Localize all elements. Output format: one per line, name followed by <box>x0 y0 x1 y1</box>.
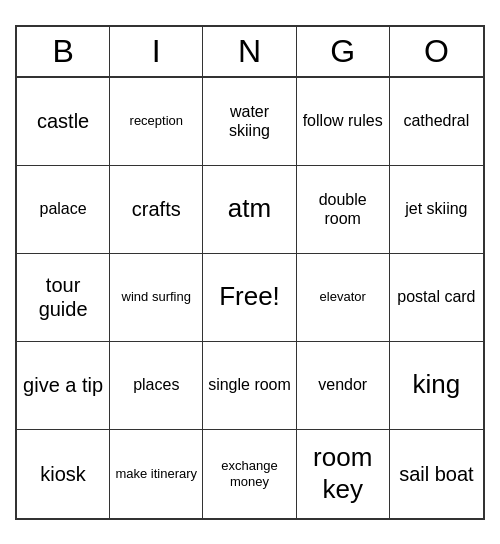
bingo-cell: make itinerary <box>110 430 203 518</box>
bingo-cell: king <box>390 342 483 430</box>
bingo-grid: castlereceptionwater skiingfollow rulesc… <box>17 78 483 518</box>
cell-text: Free! <box>219 281 280 312</box>
cell-text: crafts <box>132 197 181 221</box>
cell-text: wind surfing <box>122 289 191 305</box>
cell-text: atm <box>228 193 271 224</box>
cell-text: make itinerary <box>115 466 197 482</box>
bingo-cell: castle <box>17 78 110 166</box>
cell-text: single room <box>208 375 291 394</box>
cell-text: elevator <box>320 289 366 305</box>
cell-text: give a tip <box>23 373 103 397</box>
bingo-card: BINGO castlereceptionwater skiingfollow … <box>15 25 485 520</box>
bingo-header: BINGO <box>17 27 483 78</box>
bingo-cell: Free! <box>203 254 296 342</box>
cell-text: kiosk <box>40 462 86 486</box>
bingo-cell: reception <box>110 78 203 166</box>
cell-text: castle <box>37 109 89 133</box>
header-letter: I <box>110 27 203 76</box>
bingo-cell: tour guide <box>17 254 110 342</box>
bingo-cell: jet skiing <box>390 166 483 254</box>
bingo-cell: follow rules <box>297 78 390 166</box>
header-letter: B <box>17 27 110 76</box>
bingo-cell: sail boat <box>390 430 483 518</box>
bingo-cell: double room <box>297 166 390 254</box>
bingo-cell: wind surfing <box>110 254 203 342</box>
cell-text: double room <box>301 190 385 228</box>
cell-text: water skiing <box>207 102 291 140</box>
cell-text: sail boat <box>399 462 474 486</box>
cell-text: places <box>133 375 179 394</box>
header-letter: O <box>390 27 483 76</box>
header-letter: G <box>297 27 390 76</box>
cell-text: exchange money <box>207 458 291 489</box>
bingo-cell: vendor <box>297 342 390 430</box>
bingo-cell: elevator <box>297 254 390 342</box>
bingo-cell: cathedral <box>390 78 483 166</box>
bingo-cell: crafts <box>110 166 203 254</box>
bingo-cell: atm <box>203 166 296 254</box>
bingo-cell: room key <box>297 430 390 518</box>
cell-text: reception <box>130 113 183 129</box>
bingo-cell: water skiing <box>203 78 296 166</box>
cell-text: follow rules <box>303 111 383 130</box>
bingo-cell: places <box>110 342 203 430</box>
bingo-cell: palace <box>17 166 110 254</box>
bingo-cell: kiosk <box>17 430 110 518</box>
bingo-cell: give a tip <box>17 342 110 430</box>
cell-text: tour guide <box>21 273 105 321</box>
cell-text: room key <box>301 442 385 504</box>
bingo-cell: postal card <box>390 254 483 342</box>
cell-text: jet skiing <box>405 199 467 218</box>
cell-text: cathedral <box>403 111 469 130</box>
cell-text: postal card <box>397 287 475 306</box>
bingo-cell: single room <box>203 342 296 430</box>
cell-text: palace <box>40 199 87 218</box>
header-letter: N <box>203 27 296 76</box>
cell-text: king <box>413 369 461 400</box>
bingo-cell: exchange money <box>203 430 296 518</box>
cell-text: vendor <box>318 375 367 394</box>
